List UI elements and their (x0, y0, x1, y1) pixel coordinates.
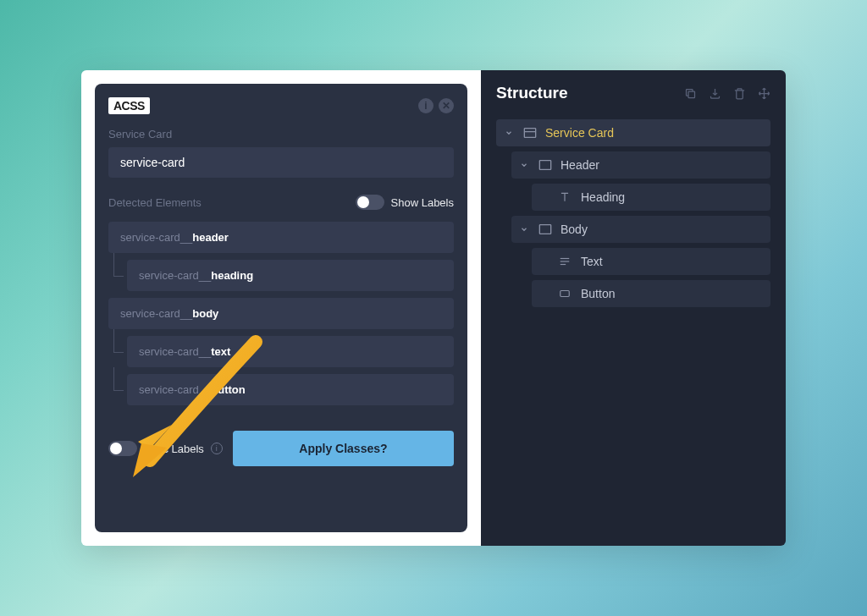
tree-item-body[interactable]: Body (511, 216, 770, 243)
app-container: ACSS i ✕ Service Card Detected Elements … (81, 70, 786, 546)
element-prefix: service-card__ (120, 307, 192, 320)
tree-label: Button (581, 287, 615, 300)
tree-label: Text (581, 255, 603, 268)
detected-elements-label: Detected Elements (108, 196, 202, 209)
container-icon (523, 127, 537, 139)
acss-logo: ACSS (108, 97, 150, 114)
element-item-body[interactable]: service-card__body (108, 298, 454, 329)
element-list: service-card__header service-card__headi… (108, 222, 454, 405)
trash-icon[interactable] (733, 87, 746, 100)
sync-labels-text: Sync Labels (144, 443, 204, 455)
close-icon[interactable]: ✕ (439, 98, 454, 113)
class-name-input[interactable] (108, 147, 454, 178)
svg-rect-5 (539, 225, 550, 234)
info-icon[interactable]: i (418, 98, 434, 113)
tree-item-header[interactable]: Header (511, 151, 770, 179)
element-item-header[interactable]: service-card__header (108, 222, 454, 253)
show-labels-toggle-group: Show Labels (356, 195, 454, 210)
structure-title: Structure (496, 84, 567, 102)
service-card-label: Service Card (108, 128, 454, 140)
element-prefix: service-card__ (139, 269, 211, 282)
toggle-knob (357, 196, 369, 208)
tree-item-text[interactable]: Text (532, 248, 770, 275)
structure-header: Structure (496, 84, 770, 102)
element-suffix: button (211, 383, 245, 396)
element-suffix: header (192, 231, 229, 244)
show-labels-toggle[interactable] (356, 195, 384, 210)
tree-label: Body (561, 223, 588, 236)
tree-label: Heading (581, 190, 625, 204)
heading-icon (559, 191, 572, 203)
tree-item-service-card[interactable]: Service Card (496, 119, 770, 146)
tree-item-heading[interactable]: Heading (532, 184, 770, 211)
svg-rect-4 (539, 161, 550, 170)
element-item-text[interactable]: service-card__text (127, 336, 454, 367)
element-prefix: service-card__ (139, 383, 211, 396)
show-labels-text: Show Labels (391, 196, 454, 209)
help-icon[interactable]: i (211, 443, 223, 454)
chevron-down-icon[interactable] (520, 225, 530, 234)
element-item-heading[interactable]: service-card__heading (127, 260, 454, 291)
tree-label: Service Card (545, 126, 614, 140)
structure-tree: Service Card Header Heading (496, 119, 770, 307)
copy-icon[interactable] (684, 87, 697, 100)
footer-row: Sync Labels i Apply Classes? (108, 431, 454, 466)
tree-label: Header (561, 158, 599, 172)
svg-rect-9 (561, 291, 570, 297)
acss-inner: ACSS i ✕ Service Card Detected Elements … (95, 84, 467, 532)
acss-header: ACSS i ✕ (108, 97, 454, 114)
chevron-down-icon[interactable] (520, 161, 530, 169)
acss-panel: ACSS i ✕ Service Card Detected Elements … (81, 70, 481, 546)
container-icon (538, 223, 552, 235)
apply-classes-button[interactable]: Apply Classes? (233, 431, 454, 466)
element-suffix: body (192, 307, 218, 320)
detected-row: Detected Elements Show Labels (108, 195, 454, 210)
acss-header-icons: i ✕ (418, 98, 454, 113)
download-icon[interactable] (709, 87, 721, 100)
structure-toolbar (684, 87, 770, 100)
sync-labels-toggle[interactable] (108, 441, 137, 456)
toggle-knob (110, 443, 122, 454)
sync-labels-group: Sync Labels i (108, 441, 223, 456)
element-prefix: service-card__ (120, 231, 192, 244)
text-icon (559, 256, 572, 267)
element-prefix: service-card__ (139, 345, 211, 358)
element-suffix: heading (211, 269, 253, 282)
tree-item-button[interactable]: Button (532, 280, 770, 307)
move-icon[interactable] (758, 87, 770, 100)
element-suffix: text (211, 345, 230, 358)
svg-rect-2 (524, 129, 535, 138)
container-icon (538, 159, 552, 171)
structure-panel: Structure (481, 70, 786, 546)
element-item-button[interactable]: service-card__button (127, 374, 454, 405)
chevron-down-icon[interactable] (505, 129, 515, 137)
svg-rect-1 (688, 91, 695, 98)
button-icon (559, 289, 572, 299)
